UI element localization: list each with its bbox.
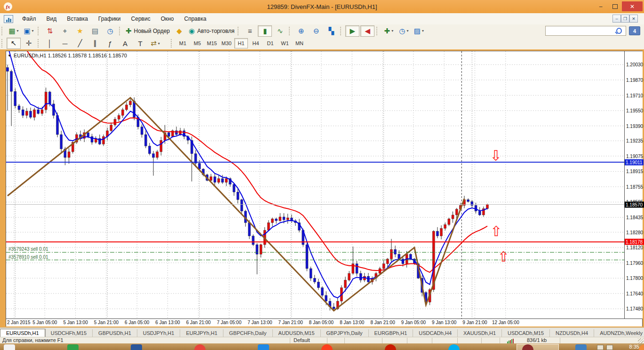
auto-scroll-button[interactable]: ▶	[345, 25, 359, 37]
label-tool-button[interactable]: T	[133, 38, 147, 49]
resistance-price-box: 1.19011	[625, 159, 644, 165]
status-separator	[500, 338, 500, 343]
resize-grip[interactable]	[638, 338, 644, 343]
menu-Файл[interactable]: Файл	[17, 14, 41, 24]
candle	[440, 228, 443, 236]
tab-USDJPYh,H1[interactable]: USDJPYh,H1	[137, 329, 181, 337]
maximize-icon	[612, 4, 618, 9]
timeframe-M15[interactable]: M15	[205, 38, 219, 48]
mdi-restore-button[interactable]: ❐	[621, 15, 629, 23]
candle	[221, 179, 223, 183]
tab-GBPCHFh,Daily[interactable]: GBPCHFh,Daily	[223, 329, 272, 337]
menu-Вставка[interactable]: Вставка	[62, 14, 93, 24]
app-skype[interactable]	[448, 344, 460, 350]
tab-USDCADh,H4[interactable]: USDCADh,H4	[413, 329, 458, 337]
app-office[interactable]	[131, 344, 142, 350]
new-chart-button[interactable]: ▦▾	[7, 25, 21, 37]
chart-candles-button[interactable]: ▮	[258, 25, 272, 37]
app-misc[interactable]	[639, 344, 644, 350]
timeframe-M1[interactable]: M1	[176, 38, 190, 48]
templates-button[interactable]: ▨▾	[412, 25, 426, 37]
text-tool-icon: A	[123, 40, 127, 48]
timeframe-W1[interactable]: W1	[278, 38, 292, 48]
fibonacci-tool-button[interactable]: ƒ	[103, 38, 117, 49]
periods-icon: ◷	[399, 27, 405, 35]
strategy-tester-button[interactable]: ◷	[103, 25, 117, 37]
timeframe-M30[interactable]: M30	[220, 38, 233, 48]
timeframe-M5[interactable]: M5	[191, 38, 204, 48]
menu-Вид[interactable]: Вид	[41, 14, 62, 24]
zoom-in-button[interactable]: ⊕	[294, 25, 308, 37]
chart-shift-button[interactable]: ◀	[360, 25, 374, 37]
menu-items: ФайлВидВставкаГрафикиСервисОкноСправка	[17, 14, 212, 24]
vline-tool-button[interactable]: │	[43, 38, 57, 49]
channel-tool-button[interactable]: ∥	[88, 38, 102, 49]
time-axis[interactable]: 2 Jan 20155 Jan 05:005 Jan 13:005 Jan 21…	[6, 318, 642, 326]
terminal-button[interactable]: ▤	[88, 25, 102, 37]
mdi-close-button[interactable]: ✕	[629, 15, 638, 23]
data-window-button[interactable]: ⌖	[58, 25, 72, 37]
tab-USDCADh,M15[interactable]: USDCADh,M15	[502, 329, 550, 337]
new-order-button[interactable]: ✚Новый Ордер	[124, 25, 171, 37]
periods-button[interactable]: ◷▾	[397, 25, 411, 37]
status-separator	[457, 338, 458, 343]
mdi-minimize-button[interactable]: –	[612, 15, 621, 23]
app-store[interactable]	[67, 344, 79, 350]
timeframe-MN[interactable]: MN	[293, 38, 306, 48]
search-icon[interactable]	[616, 28, 622, 34]
app-drive[interactable]	[258, 344, 269, 350]
notifications-button[interactable]: 4	[629, 26, 640, 35]
app-ybrowser[interactable]	[385, 344, 396, 350]
app-chrome[interactable]	[194, 344, 206, 350]
navigator-button[interactable]: ★	[73, 25, 87, 37]
search-box[interactable]	[545, 26, 626, 36]
tab-AUDNZDh,Weekly[interactable]: AUDNZDh,Weekly	[594, 329, 644, 337]
market-watch-button[interactable]: ⇅	[43, 25, 57, 37]
close-button[interactable]: ✕	[622, 1, 643, 11]
tab-GBPUSDh,H1[interactable]: GBPUSDh,H1	[93, 329, 137, 337]
menu-Окно[interactable]: Окно	[156, 14, 179, 24]
menu-Графики[interactable]: Графики	[93, 14, 126, 24]
tab-NZDUSDh,H4[interactable]: NZDUSDh,H4	[550, 329, 594, 337]
profiles-button[interactable]: ▣▾	[22, 25, 36, 37]
timeframe-H1[interactable]: H1	[234, 38, 248, 48]
autotrading-button[interactable]: ◉Авто-торговля	[187, 25, 236, 37]
tab-EURGBPh,H1[interactable]: EURGBPh,H1	[369, 329, 413, 337]
trendline-tool-button[interactable]: ╱	[73, 38, 87, 49]
tray-monitor-icon[interactable]	[597, 345, 604, 350]
trendline-tool-icon: ╱	[78, 39, 82, 48]
menu-Сервис[interactable]: Сервис	[126, 14, 156, 24]
timeframe-H4[interactable]: H4	[249, 38, 262, 48]
search-input[interactable]	[546, 28, 616, 34]
tab-EURJPYh,H1[interactable]: EURJPYh,H1	[180, 329, 223, 337]
hline-tool-button[interactable]: ─	[58, 38, 72, 49]
indicators-button[interactable]: ✚▾	[382, 25, 396, 37]
tab-USDCHFh,M15[interactable]: USDCHFh,M15	[45, 329, 93, 337]
price-axis[interactable]: 1.200301.198701.197101.195501.193901.192…	[624, 51, 643, 318]
candle	[160, 140, 162, 151]
tray-volume-icon[interactable]	[606, 345, 613, 350]
maximize-button[interactable]	[608, 1, 622, 11]
minimize-button[interactable]: –	[594, 1, 608, 11]
candle	[260, 245, 262, 254]
metaeditor-button[interactable]: ◆	[172, 25, 186, 37]
app-folder[interactable]	[575, 344, 587, 350]
tab-XAUUSDh,H1[interactable]: XAUUSDh,H1	[458, 329, 502, 337]
text-tool-button[interactable]: A	[118, 38, 132, 49]
app-yandex[interactable]	[321, 344, 333, 350]
cursor-tool-button[interactable]: ↖	[7, 38, 21, 49]
zoom-out-button[interactable]: ⊖	[309, 25, 323, 37]
crosshair-tool-button[interactable]: ✛	[22, 38, 36, 49]
chart-bars-button[interactable]: ≡	[243, 25, 257, 37]
timeframe-D1[interactable]: D1	[263, 38, 277, 48]
chart-line-button[interactable]: ∿	[273, 25, 287, 37]
tab-EURUSDh,H1[interactable]: EURUSDh,H1	[0, 329, 45, 337]
chart-plot[interactable]: #3579243 sell 0.01#3578910 sell 0.01⇩⇧⇧▼…	[6, 51, 624, 318]
tab-GBPJPYh,Daily[interactable]: GBPJPYh,Daily	[321, 329, 369, 337]
arrows-tool-button[interactable]: ⇄▾	[148, 38, 162, 49]
tile-windows-button[interactable]: ▚	[324, 25, 338, 37]
menu-Справка[interactable]: Справка	[179, 14, 212, 24]
start-button[interactable]	[4, 344, 15, 350]
tab-AUDUSDh,M15[interactable]: AUDUSDh,M15	[273, 329, 321, 337]
status-profile[interactable]: Default	[294, 337, 310, 343]
